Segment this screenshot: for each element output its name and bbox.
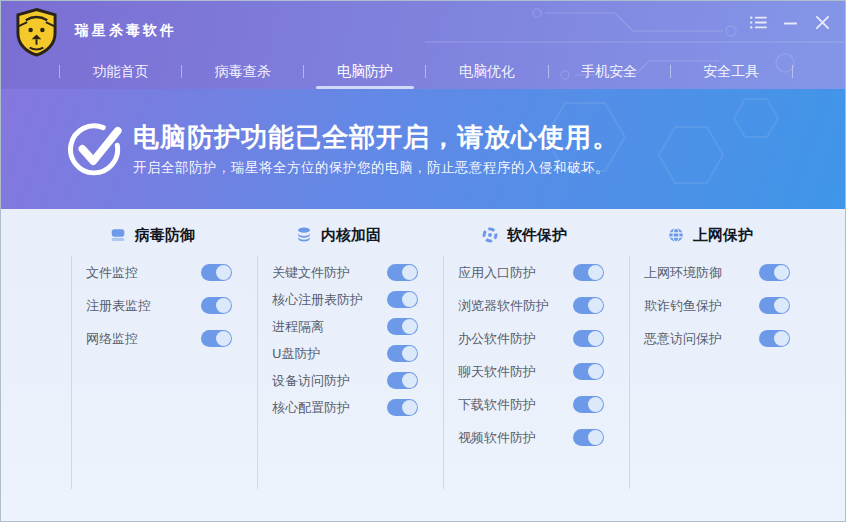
toggle-knob: [774, 331, 789, 346]
toggle-knob: [216, 298, 231, 313]
protection-item-label: 设备访问防护: [272, 372, 350, 390]
toggle-switch[interactable]: [387, 264, 418, 281]
column-header: 内核加固: [257, 223, 443, 247]
protection-item: 进程隔离: [272, 318, 418, 335]
app-title: 瑞星杀毒软件: [75, 22, 177, 40]
globe-icon: [667, 226, 685, 244]
wheel-icon: [481, 226, 499, 244]
protection-item: 核心注册表防护: [272, 291, 418, 308]
toggle-knob: [774, 298, 789, 313]
column-header: 病毒防御: [71, 223, 257, 247]
toggle-switch[interactable]: [201, 330, 232, 347]
toggle-switch[interactable]: [387, 372, 418, 389]
protection-item-label: 视频软件防护: [458, 429, 536, 447]
toggle-switch[interactable]: [573, 363, 604, 380]
column-items: 上网环境防御欺诈钓鱼保护恶意访问保护: [629, 256, 815, 489]
menu-icon[interactable]: [749, 13, 768, 32]
protection-panel: 病毒防御文件监控注册表监控网络监控内核加固关键文件防护核心注册表防护进程隔离U盘…: [1, 209, 845, 522]
column-header: 软件保护: [443, 223, 629, 247]
protection-item: 应用入口防护: [458, 264, 604, 281]
protection-item: 聊天软件防护: [458, 363, 604, 380]
toggle-switch[interactable]: [573, 429, 604, 446]
protection-item-label: 核心注册表防护: [272, 291, 363, 309]
toggle-switch[interactable]: [387, 345, 418, 362]
protection-item: 视频软件防护: [458, 429, 604, 446]
toggle-switch[interactable]: [573, 297, 604, 314]
toggle-knob: [774, 265, 789, 280]
nav-separator: [59, 65, 60, 78]
toggle-switch[interactable]: [201, 297, 232, 314]
nav-separator: [303, 65, 304, 78]
toggle-switch[interactable]: [759, 297, 790, 314]
protection-item: 关键文件防护: [272, 264, 418, 281]
protection-item: 核心配置防护: [272, 399, 418, 416]
protection-item: 文件监控: [86, 264, 232, 281]
protection-item: 设备访问防护: [272, 372, 418, 389]
protection-columns: 病毒防御文件监控注册表监控网络监控内核加固关键文件防护核心注册表防护进程隔离U盘…: [71, 209, 845, 522]
protection-item-label: 浏览器软件防护: [458, 297, 549, 315]
protection-column-internet-protection: 上网保护上网环境防御欺诈钓鱼保护恶意访问保护: [629, 209, 815, 522]
toggle-switch[interactable]: [387, 318, 418, 335]
toggle-switch[interactable]: [201, 264, 232, 281]
protection-item-label: 办公软件防护: [458, 330, 536, 348]
toggle-knob: [588, 430, 603, 445]
tab-home[interactable]: 功能首页: [68, 53, 174, 89]
protection-item-label: 文件监控: [86, 264, 138, 282]
protection-item: 欺诈钓鱼保护: [644, 297, 790, 314]
protection-item-label: 下载软件防护: [458, 396, 536, 414]
toggle-knob: [402, 292, 417, 307]
protection-column-software-protection: 软件保护应用入口防护浏览器软件防护办公软件防护聊天软件防护下载软件防护视频软件防…: [443, 209, 629, 522]
toggle-knob: [588, 265, 603, 280]
protection-item: 浏览器软件防护: [458, 297, 604, 314]
drive-icon: [109, 226, 127, 244]
tab-label: 电脑防护: [337, 63, 393, 79]
toggle-switch[interactable]: [387, 399, 418, 416]
close-icon[interactable]: [813, 13, 832, 32]
toggle-knob: [216, 265, 231, 280]
tab-pc-protection[interactable]: 电脑防护: [312, 53, 418, 89]
protection-item: 下载软件防护: [458, 396, 604, 413]
column-title: 内核加固: [321, 226, 381, 245]
toggle-knob: [588, 331, 603, 346]
toggle-switch[interactable]: [387, 291, 418, 308]
tab-label: 电脑优化: [459, 63, 515, 79]
tab-security-tools[interactable]: 安全工具: [678, 53, 784, 89]
tab-label: 功能首页: [93, 63, 149, 79]
column-items: 关键文件防护核心注册表防护进程隔离U盘防护设备访问防护核心配置防护: [257, 256, 443, 489]
column-items: 文件监控注册表监控网络监控: [71, 256, 257, 489]
toggle-knob: [588, 298, 603, 313]
protection-item-label: 上网环境防御: [644, 264, 722, 282]
rising-lion-logo-icon: [14, 7, 59, 57]
toggle-switch[interactable]: [573, 396, 604, 413]
toggle-knob: [402, 346, 417, 361]
toggle-knob: [402, 373, 417, 388]
protection-item-label: 恶意访问保护: [644, 330, 722, 348]
nav-tabs: 功能首页病毒查杀电脑防护电脑优化手机安全安全工具: [59, 53, 793, 89]
protection-item: 恶意访问保护: [644, 330, 790, 347]
app-window: 瑞星杀毒软件 功能首页病毒查杀: [0, 0, 846, 522]
tab-virus-scan[interactable]: 病毒查杀: [190, 53, 296, 89]
column-title: 病毒防御: [135, 226, 195, 245]
protection-item: 网络监控: [86, 330, 232, 347]
database-icon: [295, 226, 313, 244]
toggle-switch[interactable]: [573, 330, 604, 347]
protection-item-label: U盘防护: [272, 345, 321, 363]
window-controls: [749, 13, 832, 32]
toggle-switch[interactable]: [573, 264, 604, 281]
protection-item: 上网环境防御: [644, 264, 790, 281]
tab-label: 手机安全: [581, 63, 637, 79]
column-title: 软件保护: [507, 226, 567, 245]
toggle-switch[interactable]: [759, 330, 790, 347]
toggle-switch[interactable]: [759, 264, 790, 281]
hero-banner: 电脑防护功能已全部开启，请放心使用。 开启全部防护，瑞星将全方位的保护您的电脑，…: [1, 89, 845, 209]
check-circle-icon: [67, 119, 125, 177]
toggle-knob: [588, 397, 603, 412]
tab-pc-optimization[interactable]: 电脑优化: [434, 53, 540, 89]
protection-item: 办公软件防护: [458, 330, 604, 347]
protection-item: U盘防护: [272, 345, 418, 362]
tab-label: 病毒查杀: [215, 63, 271, 79]
nav-separator: [670, 65, 671, 78]
minimize-icon[interactable]: [781, 13, 800, 32]
tab-mobile-security[interactable]: 手机安全: [556, 53, 662, 89]
protection-item-label: 进程隔离: [272, 318, 324, 336]
